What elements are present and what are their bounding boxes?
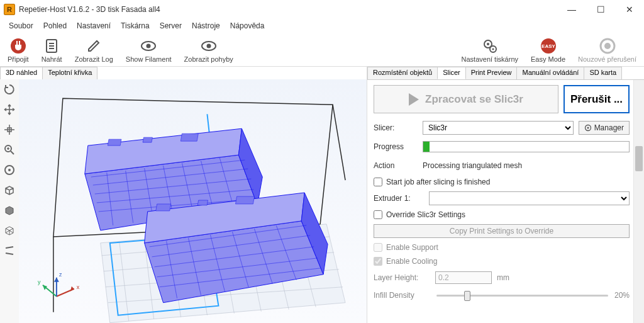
slicer-select[interactable]: Slic3r (423, 121, 574, 135)
svg-rect-53 (143, 137, 152, 142)
enable-support-checkbox[interactable] (374, 243, 382, 252)
connect-label: Připojit (8, 55, 29, 63)
right-tabs: Rozmístění objektů Slicer Print Preview … (367, 67, 644, 79)
infill-density-slider[interactable] (436, 290, 608, 301)
menu-tiskarna[interactable]: Tiskárna (116, 20, 155, 31)
svg-point-8 (147, 43, 151, 48)
override-settings-checkbox[interactable] (374, 210, 382, 219)
menu-server[interactable]: Server (155, 20, 187, 31)
menu-napoveda[interactable]: Nápověda (225, 20, 270, 31)
zoom-in-button[interactable] (2, 142, 17, 157)
menu-bar: Soubor Pohled Nastavení Tiskárna Server … (0, 19, 644, 33)
scrollbar-thumb[interactable] (635, 146, 643, 171)
menu-nastaveni[interactable]: Nastavení (72, 20, 116, 31)
manager-label: Manager (594, 123, 624, 132)
minimize-button[interactable]: — (557, 0, 586, 19)
showfilament-label: Show Filament (126, 55, 172, 63)
showfilament-button[interactable]: Show Filament (119, 37, 178, 63)
play-icon (409, 93, 419, 106)
layer-height-unit: mm (497, 273, 509, 282)
svg-rect-66 (156, 204, 171, 211)
upload-button[interactable]: Nahrát (35, 37, 69, 63)
cancel-slice-label: Přerušit ... (570, 93, 623, 106)
axis-gizmo: x y z (38, 271, 80, 297)
svg-text:EASY: EASY (541, 43, 555, 49)
printer-settings-button[interactable]: Nastavení tiskárny (455, 37, 525, 63)
showlog-label: Zobrazit Log (75, 55, 113, 63)
override-settings-label: Override Slic3r Settings (386, 210, 465, 219)
document-icon (43, 38, 60, 54)
svg-text:z: z (59, 271, 62, 278)
viewport-toolbar (0, 79, 19, 323)
view-iso-button[interactable] (2, 183, 17, 198)
left-panel: 3D náhled Teplotní křivka (0, 67, 367, 323)
svg-rect-1 (16, 41, 18, 45)
extruder1-select[interactable] (429, 191, 630, 205)
easy-icon: EASY (540, 38, 557, 54)
gear-icon (584, 124, 592, 132)
tab-print-preview[interactable]: Print Preview (465, 67, 518, 79)
svg-point-13 (487, 43, 489, 45)
svg-rect-2 (19, 41, 20, 45)
showmoves-label: Zobrazit pohyby (184, 55, 233, 63)
svg-point-10 (206, 43, 211, 48)
layer-height-label: Layer Height: (374, 273, 430, 282)
slicer-manager-button[interactable]: Manager (579, 121, 630, 135)
emergency-stop-button[interactable]: Nouzové přerušení (572, 37, 643, 63)
close-button[interactable]: ✕ (615, 0, 644, 19)
showmoves-button[interactable]: Zobrazit pohyby (178, 37, 240, 63)
right-panel-scrollbar[interactable] (633, 80, 644, 323)
enable-cooling-checkbox[interactable] (374, 257, 382, 266)
tab-temperature-curve[interactable]: Teplotní křivka (42, 67, 97, 79)
view-front-button[interactable] (2, 203, 17, 218)
3d-viewport[interactable]: x y z (19, 79, 367, 323)
tab-manual-control[interactable]: Manuální ovládání (516, 67, 584, 79)
svg-line-21 (11, 151, 14, 154)
progress-label: Progress (374, 142, 418, 151)
svg-point-14 (492, 48, 494, 50)
layer-height-input[interactable] (435, 271, 492, 284)
printer-settings-label: Nastavení tiskárny (462, 55, 518, 63)
tab-sd-card[interactable]: SD karta (584, 67, 622, 79)
slice-progress-bar (423, 141, 630, 152)
start-after-slice-checkbox[interactable] (374, 178, 382, 186)
svg-rect-52 (108, 139, 121, 145)
infill-density-value: 20% (614, 291, 630, 300)
svg-text:x: x (77, 284, 80, 290)
easy-mode-button[interactable]: EASY Easy Mode (525, 37, 572, 63)
menu-pohled[interactable]: Pohled (38, 20, 72, 31)
cancel-slice-button[interactable]: Přerušit ... (564, 85, 630, 113)
override-section: Copy Print Settings to Override Enable S… (374, 224, 630, 301)
zoom-fit-button[interactable] (2, 162, 17, 178)
tab-slicer[interactable]: Slicer (437, 67, 466, 79)
slice-button[interactable]: Zpracovat se Slic3r (374, 85, 558, 113)
gears-icon (482, 38, 498, 54)
svg-text:y: y (38, 279, 41, 285)
app-icon: R (4, 4, 15, 15)
showlog-button[interactable]: Zobrazit Log (69, 37, 119, 63)
reset-view-button[interactable] (2, 82, 17, 97)
maximize-button[interactable]: ☐ (586, 0, 615, 19)
emergency-stop-icon (599, 38, 616, 54)
copy-settings-button[interactable]: Copy Print Settings to Override (374, 224, 630, 238)
enable-cooling-label: Enable Cooling (386, 257, 437, 266)
connect-button[interactable]: Připojit (1, 37, 35, 63)
move-object-button[interactable] (2, 122, 17, 137)
view-wire-button[interactable] (2, 223, 17, 238)
pencil-icon (86, 38, 102, 54)
slicer-label: Slicer: (374, 123, 418, 132)
extruder1-label: Extruder 1: (374, 194, 424, 203)
tab-object-placement[interactable]: Rozmístění objektů (367, 67, 438, 79)
menu-nastroje[interactable]: Nástroje (187, 20, 225, 31)
action-value: Processing triangulated mesh (423, 161, 522, 170)
parallel-view-button[interactable] (2, 243, 17, 258)
menu-soubor[interactable]: Soubor (4, 20, 38, 31)
slice-progress-fill (423, 142, 430, 152)
enable-support-label: Enable Support (386, 243, 438, 252)
main-toolbar: Připojit Nahrát Zobrazit Log Show Filame… (0, 33, 644, 67)
tab-3d-preview[interactable]: 3D náhled (0, 67, 43, 79)
right-panel: Rozmístění objektů Slicer Print Preview … (367, 67, 644, 323)
slice-button-label: Zpracovat se Slic3r (425, 93, 523, 106)
move-view-button[interactable] (2, 102, 17, 117)
action-label: Action (374, 161, 418, 170)
